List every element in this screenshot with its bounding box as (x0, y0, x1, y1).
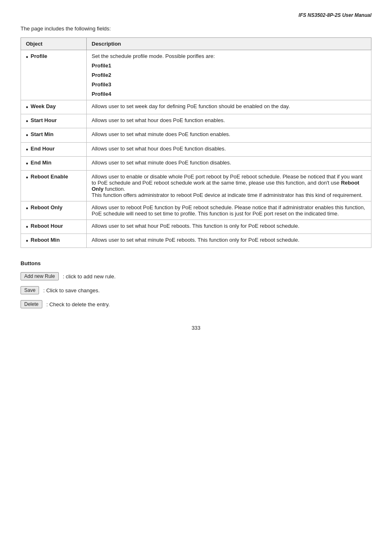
table-cell-description: Allows user to set what hour does PoE fu… (87, 142, 371, 156)
bullet-icon: • (26, 131, 28, 139)
object-label: End Min (31, 160, 52, 166)
bullet-icon: • (26, 223, 28, 231)
bullet-icon: • (26, 160, 28, 167)
header-right: IFS NS3502-8P-2S User Manual (21, 12, 371, 18)
table-cell-object: •Reboot Only (21, 201, 87, 220)
table-cell-object: •Reboot Enable (21, 170, 87, 201)
fake-button[interactable]: Save (21, 286, 39, 294)
fake-button[interactable]: Delete (21, 300, 42, 308)
object-label: Week Day (31, 103, 56, 109)
table-cell-object: •End Hour (21, 142, 87, 156)
table-cell-description: Allows user to set what minute PoE reboo… (87, 234, 371, 248)
fields-table: Object Description •ProfileSet the sched… (21, 37, 371, 248)
buttons-title: Buttons (21, 260, 371, 266)
button-description: : Check to delete the entry. (46, 301, 110, 308)
table-row: •Reboot OnlyAllows user to reboot PoE fu… (21, 201, 371, 220)
bullet-icon: • (26, 103, 28, 111)
table-cell-object: •Profile (21, 50, 87, 100)
table-row: •ProfileSet the schedule profile mode. P… (21, 50, 371, 100)
button-description: : click to add new rule. (63, 273, 116, 280)
table-cell-object: •Reboot Min (21, 234, 87, 248)
object-label: Reboot Min (31, 237, 60, 243)
table-row: •End MinAllows user to set what minute d… (21, 156, 371, 170)
object-label: End Hour (31, 146, 55, 152)
table-row: •Start MinAllows user to set what minute… (21, 128, 371, 142)
table-cell-description: Allows user to set what hour PoE reboots… (87, 220, 371, 234)
button-description: : Click to save changes. (43, 287, 99, 294)
fake-button[interactable]: Add new Rule (21, 272, 59, 280)
table-cell-description: Allows user to set what hour does PoE fu… (87, 114, 371, 128)
table-cell-description: Allows user to enable or disable whole P… (87, 170, 371, 201)
object-label: Reboot Hour (31, 223, 63, 229)
table-cell-description: Allows user to set week day for defining… (87, 100, 371, 114)
buttons-section: Buttons Add new Rule: click to add new r… (21, 260, 371, 308)
table-cell-description: Allows user to set what minute does PoE … (87, 128, 371, 142)
table-cell-object: •Start Hour (21, 114, 87, 128)
object-label: Start Hour (31, 117, 57, 123)
table-row: •Start HourAllows user to set what hour … (21, 114, 371, 128)
table-row: •Reboot HourAllows user to set what hour… (21, 220, 371, 234)
table-cell-description: Allows user to set what minute does PoE … (87, 156, 371, 170)
bullet-icon: • (26, 237, 28, 245)
button-row: Save: Click to save changes. (21, 286, 371, 294)
object-label: Reboot Only (31, 204, 62, 210)
bullet-icon: • (26, 53, 28, 61)
table-row: •Reboot MinAllows user to set what minut… (21, 234, 371, 248)
bullet-icon: • (26, 117, 28, 125)
bullet-icon: • (26, 146, 28, 153)
table-cell-object: •End Min (21, 156, 87, 170)
page-number: 333 (21, 325, 371, 331)
table-cell-object: •Start Min (21, 128, 87, 142)
table-row: •Reboot EnableAllows user to enable or d… (21, 170, 371, 201)
button-row: Add new Rule: click to add new rule. (21, 272, 371, 280)
object-label: Profile (31, 53, 47, 59)
table-row: •Week DayAllows user to set week day for… (21, 100, 371, 114)
table-cell-object: •Reboot Hour (21, 220, 87, 234)
bullet-icon: • (26, 173, 28, 181)
table-cell-description: Allows user to reboot PoE function by Po… (87, 201, 371, 220)
table-cell-description: Set the schedule profile mode. Possible … (87, 50, 371, 100)
table-row: •End HourAllows user to set what hour do… (21, 142, 371, 156)
object-label: Start Min (31, 131, 54, 137)
col-object: Object (21, 38, 87, 50)
object-label: Reboot Enable (31, 173, 68, 180)
col-description: Description (87, 38, 371, 50)
table-cell-object: •Week Day (21, 100, 87, 114)
bullet-icon: • (26, 204, 28, 212)
intro-text: The page includes the following fields: (21, 25, 371, 32)
button-row: Delete: Check to delete the entry. (21, 300, 371, 308)
